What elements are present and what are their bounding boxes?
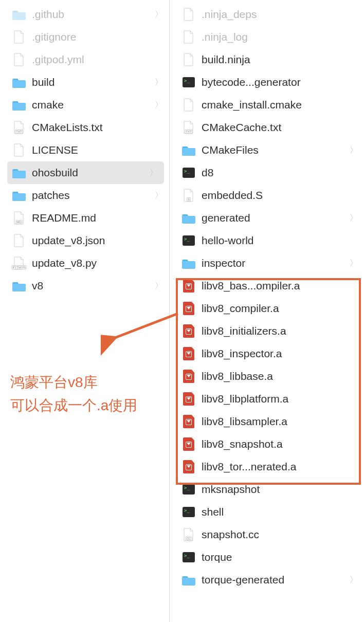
folder-icon	[182, 211, 195, 225]
file-row[interactable]: libv8_libbase.a	[170, 365, 364, 388]
file-row[interactable]: cmake_install.cmake	[170, 94, 364, 116]
file-row[interactable]: .gitignore	[0, 26, 169, 48]
folder-row[interactable]: torque-generated〉	[170, 569, 364, 591]
file-row[interactable]: d8	[170, 161, 364, 184]
chevron-right-icon: 〉	[155, 77, 164, 88]
item-label: .ninja_log	[202, 31, 359, 43]
folder-icon	[182, 573, 195, 587]
item-label: build.ninja	[202, 53, 359, 66]
folder-row[interactable]: cmake〉	[0, 94, 169, 116]
chevron-right-icon: 〉	[155, 100, 164, 111]
file-row[interactable]: libv8_initializers.a	[170, 320, 364, 342]
file-row[interactable]: .ninja_deps	[170, 3, 364, 26]
folder-row[interactable]: CMakeFiles〉	[170, 139, 364, 161]
folder-row[interactable]: patches〉	[0, 184, 169, 207]
folder-row[interactable]: v8〉	[0, 275, 169, 297]
item-label: v8	[32, 280, 149, 292]
file-row[interactable]: libv8_compiler.a	[170, 297, 364, 320]
item-label: .github	[32, 8, 149, 21]
archive-icon	[182, 392, 195, 406]
chevron-right-icon: 〉	[350, 575, 359, 586]
file-icon	[182, 98, 195, 112]
file-row[interactable]: libv8_libsampler.a	[170, 410, 364, 433]
archive-icon	[182, 460, 195, 473]
item-label: shell	[202, 506, 359, 518]
chevron-right-icon: 〉	[150, 168, 159, 178]
file-row[interactable]: libv8_snapshot.a	[170, 433, 364, 455]
folder-row[interactable]: generated〉	[170, 207, 364, 229]
file-row[interactable]: S embedded.S	[170, 184, 364, 207]
file-icon	[182, 53, 195, 66]
item-label: libv8_compiler.a	[202, 302, 359, 315]
executable-icon	[182, 483, 195, 496]
chevron-right-icon: 〉	[155, 190, 164, 201]
item-label: cmake	[32, 99, 149, 111]
file-row[interactable]: libv8_libplatform.a	[170, 388, 364, 410]
file-row[interactable]: LICENSE	[0, 139, 169, 161]
item-label: .gitpod.yml	[32, 53, 164, 66]
executable-icon	[182, 551, 195, 564]
executable-icon	[182, 76, 195, 89]
file-icon: TXT	[182, 121, 195, 134]
file-row[interactable]: update_v8.json	[0, 229, 169, 252]
item-label: .gitignore	[32, 31, 164, 43]
chevron-right-icon: 〉	[155, 9, 164, 20]
archive-icon	[182, 347, 195, 360]
column-left[interactable]: .github〉 .gitignore .gitpod.yml build〉 c…	[0, 0, 170, 622]
file-row[interactable]: CC snapshot.cc	[170, 523, 364, 546]
item-label: bytecode...generator	[202, 76, 359, 88]
file-row[interactable]: hello-world	[170, 229, 364, 252]
chevron-right-icon: 〉	[350, 145, 359, 156]
file-row[interactable]: libv8_tor...nerated.a	[170, 455, 364, 478]
item-label: LICENSE	[32, 144, 164, 156]
file-icon	[12, 234, 26, 247]
archive-icon	[182, 370, 195, 383]
file-row[interactable]: .ninja_log	[170, 26, 364, 48]
folder-row[interactable]: ohosbuild〉	[7, 161, 164, 184]
item-label: libv8_libplatform.a	[202, 393, 359, 405]
file-icon	[182, 8, 195, 21]
item-label: generated	[202, 212, 343, 224]
folder-row[interactable]: inspector〉	[170, 252, 364, 275]
file-row[interactable]: torque	[170, 546, 364, 569]
file-icon: S	[182, 189, 195, 202]
folder-icon	[12, 279, 26, 292]
file-row[interactable]: TXT CMakeCache.txt	[170, 116, 364, 139]
chevron-right-icon: 〉	[350, 258, 359, 269]
executable-icon	[182, 166, 195, 179]
file-row[interactable]: .gitpod.yml	[0, 48, 169, 71]
file-icon	[12, 30, 26, 44]
item-label: snapshot.cc	[202, 528, 359, 541]
file-row[interactable]: mksnapshot	[170, 478, 364, 501]
folder-icon	[12, 8, 26, 21]
item-label: embedded.S	[202, 189, 359, 202]
item-label: update_v8.py	[32, 257, 164, 269]
item-label: libv8_bas...ompiler.a	[202, 280, 359, 292]
file-row[interactable]: TXT CMakeLists.txt	[0, 116, 169, 139]
item-label: hello-world	[202, 234, 359, 247]
file-row[interactable]: PYTHON update_v8.py	[0, 252, 169, 275]
item-label: .ninja_deps	[202, 8, 359, 21]
file-row[interactable]: libv8_inspector.a	[170, 342, 364, 365]
column-right[interactable]: .ninja_deps .ninja_log build.ninja bytec…	[170, 0, 364, 622]
folder-icon	[12, 76, 26, 89]
chevron-right-icon: 〉	[350, 213, 359, 224]
file-row[interactable]: bytecode...generator	[170, 71, 364, 94]
item-label: mksnapshot	[202, 483, 359, 496]
folder-icon	[182, 257, 195, 270]
finder-columns: .github〉 .gitignore .gitpod.yml build〉 c…	[0, 0, 364, 622]
folder-row[interactable]: build〉	[0, 71, 169, 94]
item-label: libv8_inspector.a	[202, 347, 359, 360]
file-icon: MD	[12, 211, 26, 225]
item-label: libv8_initializers.a	[202, 325, 359, 337]
item-label: ohosbuild	[32, 167, 143, 179]
file-row[interactable]: build.ninja	[170, 48, 364, 71]
file-row[interactable]: libv8_bas...ompiler.a	[170, 275, 364, 297]
file-icon	[12, 53, 26, 66]
file-row[interactable]: shell	[170, 501, 364, 523]
item-label: cmake_install.cmake	[202, 99, 359, 111]
item-label: torque-generated	[202, 574, 343, 586]
file-row[interactable]: MD README.md	[0, 207, 169, 229]
item-label: README.md	[32, 212, 164, 224]
folder-row[interactable]: .github〉	[0, 3, 169, 26]
